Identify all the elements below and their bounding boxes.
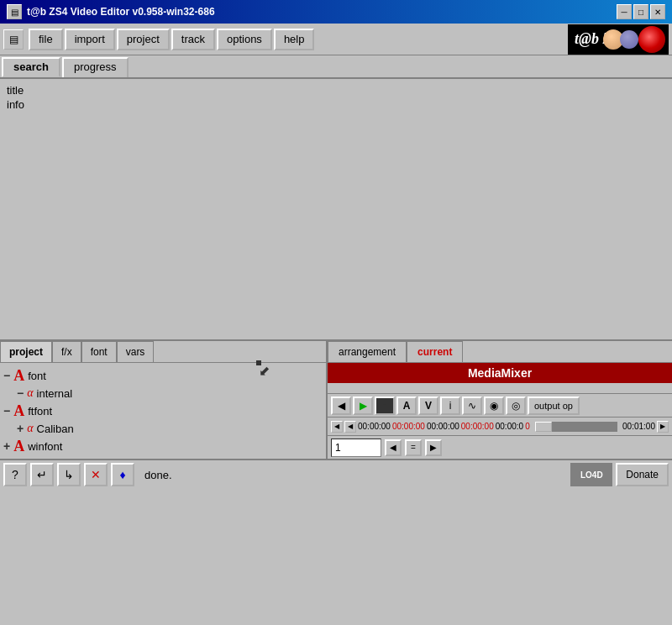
export-button[interactable]: ↳ xyxy=(57,463,81,486)
tree-label-internal: internal xyxy=(37,387,73,400)
transport-info[interactable]: i xyxy=(440,397,460,415)
tree-label-caliban: Caliban xyxy=(37,423,74,435)
tab-search[interactable]: search xyxy=(2,57,60,77)
right-panel: arrangement current MediaMixer ◀ ▶ ▪ A V… xyxy=(328,341,672,459)
timeline-nav-back2[interactable]: ◀ xyxy=(344,421,356,433)
logo4-area: LO4D Donate xyxy=(570,463,669,486)
position-bar: 1 ◀ = ▶ xyxy=(328,435,672,459)
position-next[interactable]: ▶ xyxy=(425,439,442,456)
tree-label-winfont: winfont xyxy=(28,440,62,453)
time-seg-4: 00:01:00 xyxy=(622,422,655,431)
media-mixer-bar: MediaMixer xyxy=(328,363,672,383)
transport-wave[interactable]: ∿ xyxy=(462,397,482,415)
position-prev[interactable]: ◀ xyxy=(385,439,402,456)
transport-rewind[interactable]: ◀ xyxy=(331,397,351,415)
transport-stop[interactable]: ▪ xyxy=(375,397,395,415)
tree-label-ftfont: ftfont xyxy=(28,405,52,418)
tree-item-caliban[interactable]: + α Caliban xyxy=(3,420,323,437)
close-button[interactable]: ✕ xyxy=(650,4,665,19)
time-seg-2-black: 00:00:00 xyxy=(427,422,459,431)
transport-play[interactable]: ▶ xyxy=(353,397,373,415)
timeline-nav-fwd[interactable]: ▶ xyxy=(657,421,669,433)
position-eq[interactable]: = xyxy=(405,439,422,456)
tree-sign-winfont: + xyxy=(3,439,10,453)
import-button[interactable]: ↵ xyxy=(30,463,54,486)
menu-bar: ▤ file import project track options help… xyxy=(0,24,672,55)
bottom-split: project f/x font vars − A font − α inter… xyxy=(0,339,672,459)
transport-rec2[interactable]: ◎ xyxy=(506,397,526,415)
lo4d-logo: LO4D xyxy=(570,463,612,486)
left-tab-font[interactable]: font xyxy=(81,341,117,363)
tree-sign-font: − xyxy=(3,369,10,382)
right-content: MediaMixer xyxy=(328,363,672,393)
title-bar: ▤ t@b ZS4 Video Editor v0.958-win32-686 … xyxy=(0,0,672,24)
left-tab-vars[interactable]: vars xyxy=(117,341,155,363)
tab-bar: search progress xyxy=(0,55,672,79)
transport-a[interactable]: A xyxy=(396,397,417,415)
status-bar: done. xyxy=(138,469,567,481)
time-seg-3-black: 00:00:0 xyxy=(496,422,523,431)
left-content: − A font − α internal − A ftfont + α Cal… xyxy=(0,363,326,459)
left-tab-project[interactable]: project xyxy=(0,341,52,363)
menu-import[interactable]: import xyxy=(65,29,115,50)
title-label: title xyxy=(7,84,665,97)
time-seg-3-red: 0 xyxy=(525,422,530,431)
output-options-button[interactable]: output op xyxy=(528,397,580,415)
right-tabs: arrangement current xyxy=(328,341,672,363)
bottom-toolbar-left: ? ↵ ↳ ✕ ♦ xyxy=(3,463,134,486)
minimize-button[interactable]: ─ xyxy=(617,4,632,19)
left-tabs: project f/x font vars xyxy=(0,341,326,363)
tab-progress[interactable]: progress xyxy=(62,57,129,77)
menu-project[interactable]: project xyxy=(117,29,170,50)
tree-label-font: font xyxy=(28,370,46,382)
tree-icon-internal: α xyxy=(27,386,33,400)
tree-icon-caliban: α xyxy=(27,422,33,435)
menu-options[interactable]: options xyxy=(217,29,272,50)
info-label: info xyxy=(7,98,665,111)
tree-sign-ftfont: − xyxy=(3,404,10,418)
menu-file[interactable]: file xyxy=(29,29,63,50)
tree-icon-winfont: A xyxy=(13,439,24,454)
timeline-scroll[interactable] xyxy=(535,422,617,432)
transport-bar: ◀ ▶ ▪ A V i ∿ ◉ ◎ output op xyxy=(328,393,672,417)
app-icon[interactable]: ▤ xyxy=(3,29,24,50)
tree-icon-font: A xyxy=(13,368,24,383)
left-panel: project f/x font vars − A font − α inter… xyxy=(0,341,328,459)
main-area: title info ⬋ xyxy=(0,79,672,339)
time-seg-1-black: 00:00:00 xyxy=(358,422,391,431)
time-seg-1-red: 00:00:00 xyxy=(392,422,425,431)
title-bar-title: t@b ZS4 Video Editor v0.958-win32-686 xyxy=(27,6,215,18)
tree-item-ftfont[interactable]: − A ftfont xyxy=(3,402,323,420)
left-tab-fx[interactable]: f/x xyxy=(52,341,81,363)
help-button[interactable]: ? xyxy=(3,463,27,486)
right-tab-current[interactable]: current xyxy=(407,341,463,363)
right-tab-arrangement[interactable]: arrangement xyxy=(328,341,407,363)
bottom-toolbar: ? ↵ ↳ ✕ ♦ done. LO4D Donate xyxy=(0,459,672,489)
tree-item-internal[interactable]: − α internal xyxy=(3,385,323,402)
menu-help[interactable]: help xyxy=(274,29,315,50)
donate-button[interactable]: Donate xyxy=(616,463,669,486)
menu-track[interactable]: track xyxy=(171,29,215,50)
transport-rec1[interactable]: ◉ xyxy=(484,397,504,415)
tree-item-winfont[interactable]: + A winfont xyxy=(3,437,323,455)
special-button[interactable]: ♦ xyxy=(111,463,134,486)
position-field[interactable]: 1 xyxy=(331,439,381,457)
time-seg-2-red: 00:00:00 xyxy=(461,422,494,431)
tree-item-font[interactable]: − A font xyxy=(3,366,323,385)
title-bar-icon[interactable]: ▤ xyxy=(7,4,22,19)
transport-v[interactable]: V xyxy=(418,397,438,415)
delete-button[interactable]: ✕ xyxy=(84,463,108,486)
tree-icon-ftfont: A xyxy=(13,403,24,418)
timeline-nav-back[interactable]: ◀ xyxy=(331,421,343,433)
timeline-thumb[interactable] xyxy=(535,422,552,432)
tree-sign-internal: − xyxy=(17,386,24,400)
maximize-button[interactable]: □ xyxy=(633,4,648,19)
timeline-bar: ◀ ◀ 00:00:00 00:00:00 00:00:00 00:00:00 … xyxy=(328,417,672,435)
logo-area: t@b Z54 xyxy=(568,24,669,55)
tree-sign-caliban: + xyxy=(17,422,24,435)
